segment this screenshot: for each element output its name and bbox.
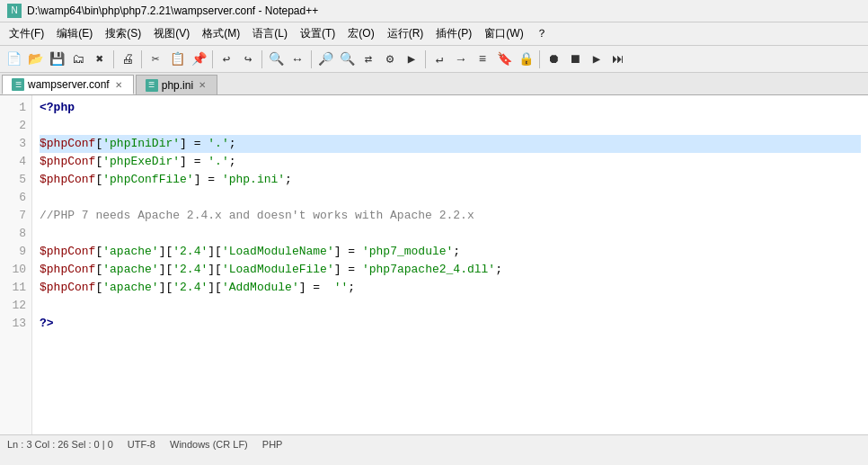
save-toolbar-button[interactable]: 💾 — [47, 49, 66, 69]
app-icon: N — [7, 4, 22, 18]
tab2-tab-close[interactable]: ✕ — [197, 80, 208, 90]
replace-toolbar-button[interactable]: ↔ — [288, 49, 307, 69]
menu-item-T[interactable]: 设置(T) — [295, 24, 341, 43]
saveall-toolbar-button[interactable]: 🗂 — [68, 49, 88, 69]
zoom-in-toolbar-button[interactable]: 🔎 — [315, 49, 335, 69]
code-line-4: $phpConf['phpExeDir'] = '.'; — [40, 153, 861, 171]
line-num-2: 2 — [5, 117, 26, 135]
menu-item-W[interactable]: 窗口(W) — [479, 24, 528, 43]
zoom-out-toolbar-button[interactable]: 🔍 — [337, 49, 357, 69]
readonly-toolbar-button[interactable]: 🔒 — [516, 49, 536, 69]
line-num-13: 13 — [5, 315, 26, 333]
code-line-9: $phpConf['apache']['2.4']['LoadModuleNam… — [40, 243, 861, 261]
code-line-8 — [40, 225, 861, 243]
print-toolbar-button[interactable]: 🖨 — [118, 49, 137, 69]
line-num-5: 5 — [5, 171, 26, 189]
wrap-toolbar-button[interactable]: ↵ — [430, 49, 449, 69]
cut-toolbar-button[interactable]: ✂ — [146, 49, 165, 69]
tab2-tab-icon: ☰ — [146, 79, 158, 92]
status-bar: Ln : 3 Col : 26 Sel : 0 | 0 UTF-8 Window… — [0, 434, 868, 452]
code-line-12 — [40, 297, 861, 315]
new-toolbar-button[interactable]: 📄 — [4, 49, 23, 69]
menu-item-P[interactable]: 插件(P) — [430, 24, 477, 43]
line-num-3: 3 — [5, 135, 26, 153]
code-line-2 — [40, 117, 861, 135]
menu-item-[interactable]: ？ — [531, 24, 553, 43]
menu-item-F[interactable]: 文件(F) — [4, 24, 49, 43]
format-toolbar-button[interactable]: ≡ — [473, 49, 492, 69]
code-line-11: $phpConf['apache']['2.4']['AddModule'] =… — [40, 279, 861, 297]
line-num-7: 7 — [5, 207, 26, 225]
line-num-1: 1 — [5, 99, 26, 117]
toolbar-separator-0 — [113, 50, 114, 68]
status-encoding: UTF-8 — [128, 439, 155, 450]
toolbar-separator-5 — [425, 50, 426, 68]
code-line-5: $phpConf['phpConfFile'] = 'php.ini'; — [40, 171, 861, 189]
close-toolbar-button[interactable]: ✖ — [90, 49, 110, 69]
code-line-13: ?> — [40, 315, 861, 333]
find-toolbar-button[interactable]: 🔍 — [266, 49, 286, 69]
menu-item-V[interactable]: 视图(V) — [148, 24, 195, 43]
line-num-8: 8 — [5, 225, 26, 243]
line-num-12: 12 — [5, 297, 26, 315]
code-content[interactable]: <?php $phpConf['phpIniDir'] = '.';$phpCo… — [32, 95, 868, 434]
toolbar-separator-6 — [539, 50, 540, 68]
code-line-10: $phpConf['apache']['2.4']['LoadModuleFil… — [40, 261, 861, 279]
tab2-tab-label: php.ini — [162, 79, 193, 92]
bookmark-toolbar-button[interactable]: 🔖 — [494, 49, 514, 69]
tab-tab2[interactable]: ☰php.ini✕ — [136, 75, 217, 94]
line-num-9: 9 — [5, 243, 26, 261]
next-toolbar-button[interactable]: ⏭ — [608, 49, 628, 69]
title-bar: N D:\wamp64\bin\php\php7.2.21\wampserver… — [0, 0, 868, 22]
stop-toolbar-button[interactable]: ⏹ — [565, 49, 585, 69]
tab1-tab-icon: ☰ — [12, 78, 24, 91]
tab1-tab-close[interactable]: ✕ — [113, 80, 124, 90]
line-numbers: 12345678910111213 — [0, 95, 32, 434]
run-toolbar-button[interactable]: ▶ — [402, 49, 421, 69]
toolbar-separator-4 — [311, 50, 312, 68]
line-num-6: 6 — [5, 189, 26, 207]
redo-toolbar-button[interactable]: ↪ — [238, 49, 258, 69]
code-line-3: $phpConf['phpIniDir'] = '.'; — [40, 135, 861, 153]
menu-item-R[interactable]: 运行(R) — [382, 24, 430, 43]
code-line-6 — [40, 189, 861, 207]
tab-bar: ☰wampserver.conf✕☰php.ini✕ — [0, 73, 868, 95]
sync-toolbar-button[interactable]: ⇄ — [359, 49, 378, 69]
indent-toolbar-button[interactable]: → — [451, 49, 471, 69]
status-type: PHP — [262, 439, 283, 450]
copy-toolbar-button[interactable]: 📋 — [167, 49, 187, 69]
toolbar: 📄📂💾🗂✖🖨✂📋📌↩↪🔍↔🔎🔍⇄⚙▶↵→≡🔖🔒⏺⏹▶⏭ — [0, 46, 868, 73]
tab1-tab-label: wampserver.conf — [28, 78, 110, 91]
menu-item-O[interactable]: 宏(O) — [342, 24, 379, 43]
macro-toolbar-button[interactable]: ⚙ — [380, 49, 400, 69]
line-num-4: 4 — [5, 153, 26, 171]
tab-tab1[interactable]: ☰wampserver.conf✕ — [2, 75, 134, 94]
status-eol: Windows (CR LF) — [170, 439, 248, 450]
menu-bar: 文件(F)编辑(E)搜索(S)视图(V)格式(M)语言(L)设置(T)宏(O)运… — [0, 22, 868, 46]
playback-toolbar-button[interactable]: ▶ — [587, 49, 607, 69]
open-toolbar-button[interactable]: 📂 — [25, 49, 45, 69]
line-num-10: 10 — [5, 261, 26, 279]
code-area[interactable]: 12345678910111213 <?php $phpConf['phpIni… — [0, 95, 868, 434]
menu-item-M[interactable]: 格式(M) — [197, 24, 245, 43]
toolbar-separator-3 — [261, 50, 262, 68]
menu-item-E[interactable]: 编辑(E) — [51, 24, 98, 43]
menu-item-L[interactable]: 语言(L) — [247, 24, 293, 43]
window-title: D:\wamp64\bin\php\php7.2.21\wampserver.c… — [27, 4, 318, 17]
code-line-7: //PHP 7 needs Apache 2.4.x and doesn't w… — [40, 207, 861, 225]
undo-toolbar-button[interactable]: ↩ — [217, 49, 236, 69]
menu-item-S[interactable]: 搜索(S) — [100, 24, 146, 43]
paste-toolbar-button[interactable]: 📌 — [189, 49, 208, 69]
code-line-1: <?php — [40, 99, 861, 117]
line-num-11: 11 — [5, 279, 26, 297]
status-line-col: Ln : 3 Col : 26 Sel : 0 | 0 — [7, 439, 113, 450]
toolbar-separator-1 — [141, 50, 142, 68]
toolbar-separator-2 — [212, 50, 213, 68]
record-toolbar-button[interactable]: ⏺ — [544, 49, 563, 69]
